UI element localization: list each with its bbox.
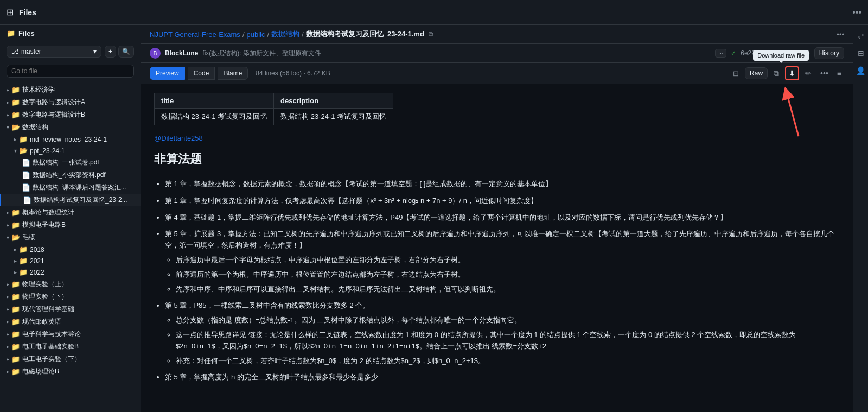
table-cell: 数据结构 23-24-1 考试复习及回忆 <box>274 109 393 125</box>
list-item: 后序遍历中最后一个字母为根结点，中序遍历中根位置的左部分为左子树，右部分为右子树… <box>176 255 840 266</box>
topbar-logo: Files <box>19 8 36 17</box>
tree-item-ppt_23-24-1[interactable]: ▾ 📂 ppt_23-24-1 <box>0 145 141 156</box>
breadcrumb-repo[interactable]: NJUPT-General-Free-Exams <box>150 30 240 39</box>
list-item: 第 4 章，基础题 1，掌握二维矩阵行优先或列优先存储的地址计算方法，P49【考… <box>165 212 840 224</box>
tree-item-label: 数据结构_小实部资料.pdf <box>33 170 106 180</box>
copy-button[interactable]: ⧉ <box>771 67 782 80</box>
more-options-button[interactable]: ••• <box>818 67 831 79</box>
branch-icon: ⎇ <box>11 48 19 55</box>
tree-item-数字电路与逻辑设计B[interactable]: ▸ 📁 数字电路与逻辑设计B <box>0 109 141 121</box>
tree-item-label: 2021 <box>30 257 44 265</box>
folder-icon: 📁 <box>11 343 20 351</box>
tree-item-2018[interactable]: ▸ 📁 2018 <box>0 244 141 255</box>
chevron-down-icon: ▾ <box>93 48 97 55</box>
file-icon: 📄 <box>22 183 30 192</box>
list-item: 先序和中序、中序和后序可以直接得出二叉树结构。先序和后序无法得出二叉树结构，但可… <box>176 284 840 295</box>
tree-item-数据结构_一张试卷.pdf[interactable]: 📄 数据结构_一张试卷.pdf <box>0 156 141 169</box>
tree-item-数据结构[interactable]: ▾ 📂 数据结构 <box>0 121 141 134</box>
person-icon[interactable]: 👤 <box>854 64 867 77</box>
sidebar-toggle-icon[interactable]: ⊞ <box>7 7 14 17</box>
chevron-icon: ▸ <box>7 281 9 287</box>
file-meta: 84 lines (56 loc) · 6.72 KB <box>256 69 330 77</box>
list-item: 第 1 章，掌握时间复杂度的计算方法，仅考虑最高次幂【选择题（x³ + 3n² … <box>165 195 840 207</box>
list-item: 第 5 章，掌握高度为 h 的完全二叉树的叶子结点最多和最少各是多少 <box>165 372 840 383</box>
tree-item-md_review_notes_23-24-1[interactable]: ▸ 📁 md_review_notes_23-24-1 <box>0 134 141 145</box>
list-icon[interactable]: ≡ <box>834 67 844 79</box>
tree-item-label: 数据结构考试复习及回忆_23-2... <box>34 195 127 205</box>
tree-item-label: 2018 <box>30 246 44 253</box>
tree-item-2022[interactable]: ▸ 📁 2022 <box>0 267 141 278</box>
tree-item-label: 物理实验（上） <box>22 280 68 289</box>
tree-item-label: 毛概 <box>22 233 35 242</box>
collapse-right-icon[interactable]: ⊟ <box>856 47 866 60</box>
edit-button[interactable]: ✏ <box>802 67 814 79</box>
tree-item-物理实验（下）[interactable]: ▸ 📁 物理实验（下） <box>0 290 141 303</box>
tree-item-label: 数字电路与逻辑设计A <box>22 98 85 107</box>
file-actions-bar: Preview Code Blame 84 lines (56 loc) · 6… <box>141 63 853 84</box>
tree-item-label: 现代管理科学基础 <box>22 305 74 314</box>
branch-section: ⎇ master ▾ + 🔍 <box>0 42 141 61</box>
tree-item-数据结构考试复习及回忆_23-2...[interactable]: 📄 数据结构考试复习及回忆_23-2... <box>0 194 141 206</box>
tree-item-数据结构_小实部资料.pdf[interactable]: 📄 数据结构_小实部资料.pdf <box>0 169 141 181</box>
folder-icon: 📁 <box>19 257 28 265</box>
branch-selector[interactable]: ⎇ master ▾ <box>7 46 101 58</box>
tree-item-2021[interactable]: ▸ 📁 2021 <box>0 255 141 267</box>
chevron-icon: ▸ <box>7 294 9 300</box>
download-button[interactable]: ⬇ <box>786 67 798 79</box>
code-tab[interactable]: Code <box>188 67 215 80</box>
breadcrumb-bar: NJUPT-General-Free-Exams / public / 数据结构… <box>141 25 853 44</box>
chevron-icon: ▸ <box>7 87 9 93</box>
tree-item-物理实验（上）[interactable]: ▸ 📁 物理实验（上） <box>0 278 141 290</box>
more-options-icon[interactable]: ••• <box>852 8 861 17</box>
search-files-button[interactable]: 🔍 <box>118 46 134 58</box>
tree-item-label: md_review_notes_23-24-1 <box>30 136 107 143</box>
search-input[interactable] <box>7 65 134 78</box>
file-icon: 📄 <box>22 159 30 167</box>
tree-item-现代邮政英语[interactable]: ▸ 📁 现代邮政英语 <box>0 315 141 328</box>
expand-right-icon[interactable]: ⇄ <box>856 29 866 42</box>
files-icon: 📁 <box>7 29 15 37</box>
topbar: ⊞ Files ••• <box>0 0 868 25</box>
tree-item-技术经济学[interactable]: ▸ 📁 技术经济学 <box>0 84 141 96</box>
tree-item-毛概[interactable]: ▾ 📂 毛概 <box>0 231 141 244</box>
copy-path-icon[interactable]: ⧉ <box>429 30 433 38</box>
tree-item-电工电子实验（下）[interactable]: ▸ 📁 电工电子实验（下） <box>0 353 141 365</box>
history-button[interactable]: History <box>814 47 844 59</box>
more-options-icon[interactable]: ••• <box>837 30 844 39</box>
file-icon: 📄 <box>22 171 30 179</box>
tree-item-label: 物理实验（下） <box>22 292 68 301</box>
breadcrumb: NJUPT-General-Free-Exams / public / 数据结构… <box>150 29 489 39</box>
raw-button[interactable]: Raw <box>745 67 768 79</box>
chevron-icon: ▸ <box>7 99 9 105</box>
table-row: 数据结构 23-24-1 考试复习及回忆数据结构 23-24-1 考试复习及回忆 <box>155 109 393 125</box>
tree-item-label: 电子科学与技术导论 <box>22 329 81 339</box>
section-heading: 非算法题 <box>154 151 840 172</box>
tree-item-电工电子基础实验B[interactable]: ▸ 📁 电工电子基础实验B <box>0 340 141 353</box>
tree-item-label: 数据结构_一张试卷.pdf <box>33 158 99 167</box>
tree-item-数据结构_课本课后习题答案汇...[interactable]: 📄 数据结构_课本课后习题答案汇... <box>0 181 141 194</box>
blame-tab[interactable]: Blame <box>218 67 248 80</box>
folder-icon: 📁 <box>11 318 20 326</box>
preview-tab[interactable]: Preview <box>150 67 185 80</box>
tree-item-现代管理科学基础[interactable]: ▸ 📁 现代管理科学基础 <box>0 303 141 315</box>
author-link[interactable]: @Dilettante258 <box>154 134 203 142</box>
tree-item-label: 数据结构_课本课后习题答案汇... <box>33 183 126 192</box>
screen-icon[interactable]: ⊡ <box>730 68 742 79</box>
tree-item-label: 技术经济学 <box>22 85 55 94</box>
download-container: ⬇ Download raw file <box>785 66 799 80</box>
tree-item-数字电路与逻辑设计A[interactable]: ▸ 📁 数字电路与逻辑设计A <box>0 96 141 109</box>
chevron-icon: ▸ <box>14 246 17 252</box>
tree-item-label: 电工电子基础实验B <box>22 342 79 351</box>
sub-list: 总分支数（指的是 度数）=总结点数-1。因为 二叉树中除了根结点以外，每个结点都… <box>176 315 840 366</box>
file-tree: ▸ 📁 技术经济学 ▸ 📁 数字电路与逻辑设计A ▸ 📁 数字电路与逻辑设计B … <box>0 81 141 412</box>
breadcrumb-public[interactable]: public <box>247 30 265 39</box>
add-branch-button[interactable]: + <box>105 46 116 58</box>
tree-item-电子科学与技术导论[interactable]: ▸ 📁 电子科学与技术导论 <box>0 328 141 340</box>
list-item: 这一点的推导思路详见 链接：无论是什么样的二叉链表，空线索数由度为 1 和度为 … <box>176 329 840 352</box>
list-item: 第 5 章，扩展题 3，掌握方法：已知二叉树的先序遍历和中序遍历序列或已知二叉树… <box>165 229 840 295</box>
tree-item-模拟电子电路B[interactable]: ▸ 📁 模拟电子电路B <box>0 219 141 231</box>
tree-item-电磁场理论B[interactable]: ▸ 📁 电磁场理论B <box>0 365 141 378</box>
tree-item-概率论与数理统计[interactable]: ▸ 📁 概率论与数理统计 <box>0 206 141 219</box>
list-item: 补充：对任何一个二叉树，若齐叶子结点数为$n_0$，度为 2 的结点数为$n_2… <box>176 356 840 367</box>
breadcrumb-folder[interactable]: 数据结构 <box>271 29 299 39</box>
